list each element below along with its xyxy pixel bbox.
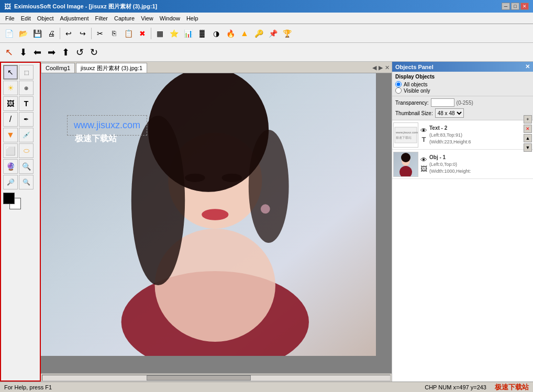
menu-filter[interactable]: Filter <box>92 14 111 23</box>
text-overlay-cn-text: 极速下载站 <box>75 134 117 143</box>
tab-coolimg1[interactable]: CoolImg1 <box>41 63 75 73</box>
tb-contrast[interactable]: ◑ <box>209 27 223 40</box>
tb-print[interactable]: 🖨 <box>45 27 58 40</box>
obj-type-icon: T <box>422 136 426 143</box>
obj-icons-text2: 👁 T <box>420 127 427 143</box>
main-layout: ↖ ⬚ ☀ ⊕ 🖼 T / ✒ ▼ 💉 ⬜ ⬭ 🔮 🔍 🔎 🔍 <box>0 62 533 382</box>
tb-pin[interactable]: 📌 <box>266 27 280 40</box>
obj-eye-icon2[interactable]: 👁 <box>420 156 427 164</box>
tool-row-7: 🔮 🔍 <box>3 159 38 174</box>
tool-image[interactable]: 🖼 <box>3 96 18 111</box>
svg-point-17 <box>401 153 410 162</box>
radio-visible-only-input[interactable] <box>395 87 402 94</box>
tb-delete[interactable]: ✖ <box>136 27 149 40</box>
panel-settings-row: Transparency: (0-255) Thumbnail Size: 48… <box>392 96 533 120</box>
panel-side-buttons: + ✕ ▲ ▼ <box>524 115 533 152</box>
object-item-text2[interactable]: www.jisuxz.com 极速下载站 👁 T Text - 2 (Left:… <box>392 120 533 150</box>
tb-undo[interactable]: ↩ <box>62 27 75 40</box>
thumbnail-row: Thumbnail Size: 48 x 48 32 x 32 64 x 64 <box>395 108 530 118</box>
tb-open[interactable]: 📂 <box>16 27 30 40</box>
tool-row-6: ⬜ ⬭ <box>3 143 38 158</box>
tb-arrow-up[interactable]: ⬆ <box>59 46 72 59</box>
obj-name-obj1: Obj - 1 <box>429 154 532 161</box>
tb-chart[interactable]: 📊 <box>181 27 195 40</box>
h-scroll-track[interactable] <box>42 375 391 381</box>
tool-select2[interactable]: ⬚ <box>19 65 34 80</box>
obj-info-text2: Text - 2 (Left:83,Top:91) (Width:223,Hei… <box>429 125 532 145</box>
tool-ellipse[interactable]: ⬭ <box>19 143 34 158</box>
tb-new[interactable]: 📄 <box>2 27 16 40</box>
tab-jisuxz[interactable]: jisuxz 图片素材 (3).jpg:1 <box>76 63 147 73</box>
tool-light[interactable]: ☀ <box>3 81 18 95</box>
obj-eye-icon[interactable]: 👁 <box>420 127 427 135</box>
panel-up-btn[interactable]: ▲ <box>524 134 532 142</box>
tool-select[interactable]: ↖ <box>3 65 18 80</box>
tool-text[interactable]: T <box>19 96 34 111</box>
h-scrollbar[interactable] <box>41 373 392 382</box>
tool-crosshair[interactable]: ⊕ <box>19 81 34 95</box>
objects-panel-close[interactable]: ✕ <box>525 63 530 70</box>
tool-zoom[interactable]: 🔍 <box>19 159 34 174</box>
tab-next[interactable]: ▶ <box>379 64 383 71</box>
close-button[interactable]: ✕ <box>520 3 529 10</box>
tool-pen[interactable]: ✒ <box>19 112 34 127</box>
tb-save[interactable]: 💾 <box>30 27 44 40</box>
color-swatches <box>3 193 38 211</box>
tb-redo[interactable]: ↪ <box>76 27 90 40</box>
canvas-scroll[interactable]: www.jisuxz.com 极速下载站 <box>41 73 392 373</box>
tb-rotate-ccw[interactable]: ↺ <box>73 46 86 59</box>
panel-del-btn[interactable]: ✕ <box>524 125 532 133</box>
maximize-button[interactable]: □ <box>511 3 519 10</box>
radio-all-objects-input[interactable] <box>395 81 402 87</box>
tool-row-1: ↖ ⬚ <box>3 65 38 80</box>
tb-trophy[interactable]: 🏆 <box>280 27 294 40</box>
fg-color-swatch[interactable] <box>3 193 15 204</box>
menu-window[interactable]: Window <box>157 14 183 23</box>
tab-prev[interactable]: ◀ <box>372 64 376 71</box>
tool-row-3: 🖼 T <box>3 96 38 111</box>
h-scroll-thumb[interactable] <box>147 375 251 380</box>
tb-arrow-down[interactable]: ⬇ <box>16 46 30 59</box>
menu-capture[interactable]: Capture <box>111 14 138 23</box>
panel-down-btn[interactable]: ▼ <box>524 143 532 152</box>
object-item-obj1[interactable]: 👁 🖼 Obj - 1 (Left:0,Top:0) (Width:1000,H… <box>392 150 533 179</box>
transparency-range: (0-255) <box>457 100 473 106</box>
tb-gradient[interactable]: ▓ <box>195 27 209 40</box>
menu-edit[interactable]: Edit <box>18 14 34 23</box>
tool-fill[interactable]: ▼ <box>3 128 18 142</box>
tb-arrow-right[interactable]: ➡ <box>45 46 58 59</box>
text-overlay[interactable]: www.jisuxz.com <box>67 115 147 136</box>
transparency-label: Transparency: <box>395 100 429 106</box>
tb-copy[interactable]: ⎘ <box>107 27 121 40</box>
transparency-input[interactable] <box>431 98 454 107</box>
tb-key[interactable]: 🔑 <box>252 27 265 40</box>
tb-paste[interactable]: 📋 <box>121 27 135 40</box>
tab-jisuxz-label: jisuxz 图片素材 (3).jpg:1 <box>81 64 142 72</box>
tool-row-4: / ✒ <box>3 112 38 127</box>
menu-view[interactable]: View <box>138 14 157 23</box>
status-watermark: 极速下载站 <box>495 383 529 392</box>
radio-visible-only-label: Visible only <box>404 88 430 94</box>
menu-object[interactable]: Object <box>34 14 57 23</box>
tb-rotate-cw[interactable]: ↻ <box>87 46 101 59</box>
menu-help[interactable]: Help <box>183 14 202 23</box>
tb-arrow-left[interactable]: ⬅ <box>30 46 44 59</box>
panel-add-btn[interactable]: + <box>524 115 532 124</box>
tb-grid[interactable]: ▦ <box>153 27 166 40</box>
tab-close[interactable]: ✕ <box>385 64 390 71</box>
tb-arrow-nw[interactable]: ↖ <box>2 46 16 59</box>
tool-rect[interactable]: ⬜ <box>3 143 18 158</box>
tool-zoom-in[interactable]: 🔍 <box>19 175 34 189</box>
tool-magnify[interactable]: 🔮 <box>3 159 18 174</box>
menu-adjustment[interactable]: Adjustment <box>57 14 92 23</box>
thumbnail-size-select[interactable]: 48 x 48 32 x 32 64 x 64 <box>435 108 464 118</box>
tb-warning[interactable]: ▲ <box>238 27 251 40</box>
tb-star[interactable]: ⭐ <box>167 27 181 40</box>
tool-line[interactable]: / <box>3 112 18 127</box>
tb-fire[interactable]: 🔥 <box>224 27 237 40</box>
minimize-button[interactable]: ─ <box>502 3 510 10</box>
menu-file[interactable]: File <box>2 14 18 23</box>
tool-zoom-out[interactable]: 🔎 <box>3 175 18 189</box>
tool-eyedropper[interactable]: 💉 <box>19 128 34 142</box>
tb-cut[interactable]: ✂ <box>93 27 107 40</box>
